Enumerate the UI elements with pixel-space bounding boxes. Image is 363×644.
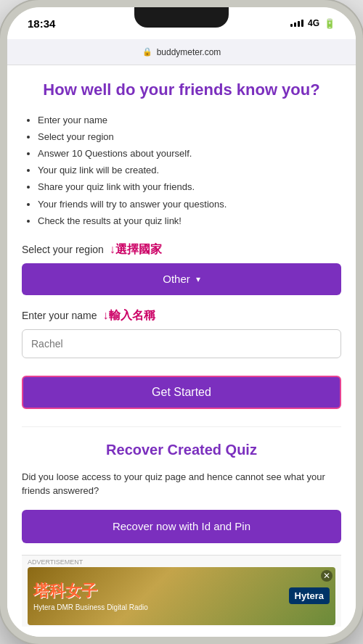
ad-label: ADVERTISEMENT xyxy=(28,558,335,566)
notch xyxy=(134,7,229,28)
name-input[interactable] xyxy=(22,329,341,358)
bullet-3: Answer 10 Questions about yourself. xyxy=(38,147,341,160)
ad-section: ADVERTISEMENT 塔科女子 Hytera DMR Business D… xyxy=(22,555,341,627)
region-value: Other xyxy=(163,273,190,285)
phone-inner: 18:34 4G 🔋 🔒 buddymeter.com How well do … xyxy=(7,7,356,637)
ad-logo: Hytera xyxy=(289,587,330,604)
bullet-list: Enter your name Select your region Answe… xyxy=(22,114,341,228)
ad-subtitle: Hytera DMR Business Digital Radio xyxy=(33,603,148,611)
ad-text-block: 塔科女子 Hytera DMR Business Digital Radio xyxy=(33,580,148,611)
section-divider xyxy=(22,426,341,427)
name-annotation: ↓輸入名稱 xyxy=(103,308,155,323)
region-annotation: ↓選擇國家 xyxy=(110,242,162,257)
recover-title: Recover Created Quiz xyxy=(22,442,341,458)
bullet-2: Select your region xyxy=(38,131,341,144)
get-started-label: Get Started xyxy=(152,386,211,398)
lock-icon: 🔒 xyxy=(142,47,152,57)
recover-section: Recover Created Quiz xyxy=(22,442,341,458)
main-title: How well do your friends know you? xyxy=(22,80,341,101)
bullet-4: Your quiz link will be created. xyxy=(38,164,341,177)
status-time: 18:34 xyxy=(28,17,55,30)
browser-bar: 🔒 buddymeter.com xyxy=(7,39,356,65)
bullet-7: Check the results at your quiz link! xyxy=(38,215,341,228)
recover-button[interactable]: Recover now with Id and Pin xyxy=(22,510,341,543)
bar4 xyxy=(301,20,303,27)
ad-chinese-text: 塔科女子 xyxy=(33,580,148,602)
region-dropdown-button[interactable]: Other ▾ xyxy=(22,263,341,295)
network-label: 4G xyxy=(308,18,319,28)
bullet-6: Your friends will try to answer your que… xyxy=(38,198,341,211)
signal-bars-icon xyxy=(290,20,303,27)
status-icons: 4G 🔋 xyxy=(290,18,335,29)
phone-frame: 18:34 4G 🔋 🔒 buddymeter.com How well do … xyxy=(0,0,363,644)
get-started-button[interactable]: Get Started xyxy=(22,376,341,409)
recover-description: Did you loose access to your quiz page a… xyxy=(22,470,341,498)
ad-banner[interactable]: 塔科女子 Hytera DMR Business Digital Radio H… xyxy=(28,567,335,625)
recover-btn-label: Recover now with Id and Pin xyxy=(113,520,250,532)
bar3 xyxy=(298,21,300,27)
ad-close-button[interactable]: ✕ xyxy=(321,570,333,582)
battery-icon: 🔋 xyxy=(324,18,335,29)
page-content: How well do your friends know you? Enter… xyxy=(7,65,356,637)
bullet-1: Enter your name xyxy=(38,114,341,127)
region-label-row: Select your region ↓選擇國家 xyxy=(22,242,341,257)
name-label: Enter your name xyxy=(22,310,97,321)
dropdown-arrow-icon: ▾ xyxy=(196,274,200,284)
url-text: buddymeter.com xyxy=(157,47,221,57)
name-label-row: Enter your name ↓輸入名稱 xyxy=(22,308,341,323)
bar1 xyxy=(290,24,293,27)
region-label: Select your region xyxy=(22,244,104,255)
bar2 xyxy=(294,22,296,27)
name-section: Enter your name ↓輸入名稱 xyxy=(22,308,341,368)
bullet-5: Share your quiz link with your friends. xyxy=(38,181,341,194)
